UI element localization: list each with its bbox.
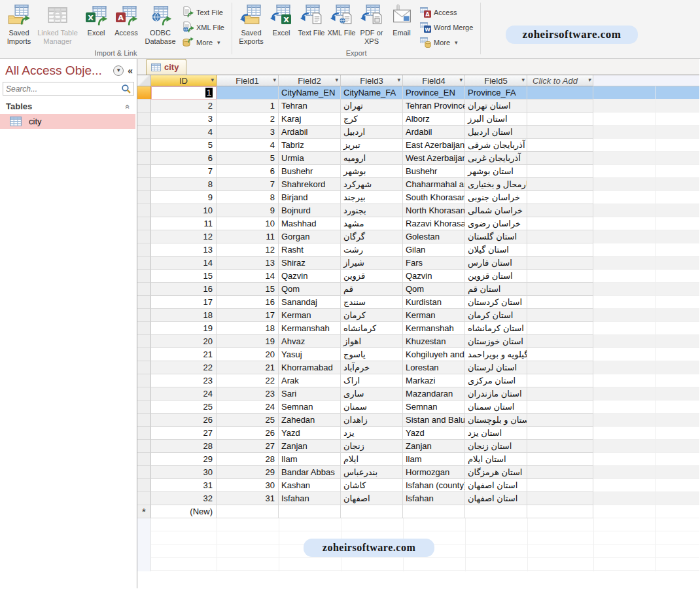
cell-field3[interactable]: شهرکرد [341, 178, 403, 191]
search-input[interactable] [3, 83, 118, 94]
record-selector[interactable] [137, 217, 151, 230]
column-header-id[interactable]: ID ▾ [151, 75, 217, 86]
cell-field1[interactable]: 20 [217, 348, 279, 361]
cell-field3[interactable]: اصفهان [341, 492, 403, 505]
cell-id[interactable]: 27 [151, 427, 217, 440]
cell-field2[interactable]: Urmia [279, 152, 341, 165]
cell-field4[interactable]: Isfahan [403, 492, 465, 505]
record-selector[interactable] [137, 257, 151, 270]
cell-field3[interactable]: بوشهر [341, 165, 403, 178]
cell-click-to-add[interactable] [527, 361, 593, 374]
record-selector[interactable] [137, 243, 151, 257]
record-selector[interactable] [137, 374, 151, 387]
cell-field5[interactable]: خراسان جنوبی [465, 191, 527, 204]
cell-field2[interactable]: Ahvaz [279, 335, 341, 348]
cell-field5[interactable]: استان هرمزگان [465, 466, 527, 479]
column-dropdown-icon[interactable]: ▾ [273, 77, 276, 83]
select-all-corner[interactable] [137, 75, 151, 86]
cell-field3[interactable]: مشهد [341, 217, 403, 230]
cell-id[interactable]: 11 [151, 217, 217, 230]
record-selector[interactable] [137, 453, 151, 466]
record-selector[interactable] [137, 270, 151, 283]
cell-field5[interactable]: استان البرز [465, 113, 527, 126]
cell-field1[interactable]: 23 [217, 387, 279, 401]
export-text-file-button[interactable]: Text File [296, 3, 326, 39]
cell-id[interactable]: 21 [151, 348, 217, 361]
cell-field5[interactable]: Province_FA [465, 86, 527, 99]
cell-id[interactable]: 15 [151, 270, 217, 283]
export-xml-file-button[interactable]: XML File [326, 3, 357, 39]
column-header-field3[interactable]: Field3 ▾ [341, 75, 403, 86]
column-header-field1[interactable]: Field1 ▾ [217, 75, 279, 86]
cell-field1[interactable]: 17 [217, 309, 279, 322]
cell-field4[interactable]: Razavi Khorasan [403, 217, 465, 230]
cell-field2[interactable]: Bandar Abbas [279, 466, 341, 479]
cell-field4[interactable]: Golestan [403, 230, 465, 243]
cell-field1[interactable]: 6 [217, 165, 279, 178]
cell-field3[interactable]: تبریز [341, 139, 403, 152]
record-selector[interactable] [137, 99, 151, 113]
cell-id[interactable]: 8 [151, 178, 217, 191]
import-more-button[interactable]: More [179, 35, 228, 49]
cell-field1[interactable]: 14 [217, 270, 279, 283]
cell-field4[interactable]: Ilam [403, 453, 465, 466]
cell-field4[interactable]: Sistan and Baluchestan [403, 414, 465, 427]
record-selector[interactable] [137, 152, 151, 165]
cell-field4[interactable]: Lorestan [403, 361, 465, 374]
column-dropdown-icon[interactable]: ▾ [587, 77, 591, 83]
cell-field4[interactable]: Khuzestan [403, 335, 465, 348]
cell-field1[interactable]: 22 [217, 374, 279, 387]
cell-field4[interactable]: Kurdistan [403, 296, 465, 309]
cell-field3[interactable]: زاهدان [341, 414, 403, 427]
cell-field1[interactable]: 31 [217, 492, 279, 505]
cell-field4[interactable]: Ardabil [403, 126, 465, 139]
cell-id[interactable]: 4 [151, 126, 217, 139]
record-selector[interactable] [137, 296, 151, 309]
cell-id[interactable]: 13 [151, 243, 217, 257]
cell-field3[interactable]: سنندج [341, 296, 403, 309]
saved-exports-button[interactable]: Saved Exports [236, 3, 266, 48]
cell-field3[interactable]: کرمانشاه [341, 322, 403, 335]
cell-field5[interactable]: استان گیلان [465, 243, 527, 257]
cell-field4[interactable]: South Khorasan [403, 191, 465, 204]
cell-click-to-add[interactable] [527, 414, 593, 427]
cell-field5[interactable]: استان کرمان [465, 309, 527, 322]
cell-id[interactable]: 17 [151, 296, 217, 309]
cell-click-to-add[interactable] [527, 113, 593, 126]
cell-click-to-add[interactable] [527, 440, 593, 453]
cell-id[interactable]: 5 [151, 139, 217, 152]
cell-field5[interactable]: استان قم [465, 283, 527, 296]
cell-field5[interactable]: استان مرکزی [465, 374, 527, 387]
record-selector[interactable] [137, 492, 151, 505]
cell-field2[interactable]: Bushehr [279, 165, 341, 178]
cell-field2[interactable]: Zahedan [279, 414, 341, 427]
cell-field3[interactable]: ساری [341, 387, 403, 401]
cell-field3[interactable]: یزد [341, 427, 403, 440]
cell-field3[interactable]: زنجان [341, 440, 403, 453]
cell-field2[interactable]: Tehran [279, 99, 341, 113]
cell-id-new[interactable]: (New) [151, 505, 217, 518]
cell-field2[interactable] [279, 505, 341, 518]
export-excel-button[interactable]: Excel [266, 3, 296, 39]
cell-field1[interactable]: 3 [217, 126, 279, 139]
cell-field1[interactable]: 11 [217, 230, 279, 243]
cell-field2[interactable]: Zanjan [279, 440, 341, 453]
cell-field4[interactable]: Alborz [403, 113, 465, 126]
record-selector[interactable] [137, 440, 151, 453]
cell-field1[interactable]: 27 [217, 440, 279, 453]
cell-field5[interactable]: استان گلستان [465, 230, 527, 243]
cell-field5[interactable]: استان زنجان [465, 440, 527, 453]
cell-field4[interactable]: Province_EN [403, 86, 465, 99]
cell-field4[interactable]: Yazd [403, 427, 465, 440]
cell-id[interactable]: 24 [151, 387, 217, 401]
cell-field1[interactable]: 28 [217, 453, 279, 466]
cell-click-to-add[interactable] [527, 466, 593, 479]
cell-field1[interactable]: 5 [217, 152, 279, 165]
cell-field2[interactable]: Shahrekord [279, 178, 341, 191]
cell-id-editing[interactable]: 1 [151, 86, 217, 99]
cell-field2[interactable]: Semnan [279, 401, 341, 414]
cell-click-to-add[interactable] [527, 479, 593, 492]
record-selector[interactable] [137, 204, 151, 217]
cell-id[interactable]: 26 [151, 414, 217, 427]
cell-click-to-add[interactable] [527, 283, 593, 296]
